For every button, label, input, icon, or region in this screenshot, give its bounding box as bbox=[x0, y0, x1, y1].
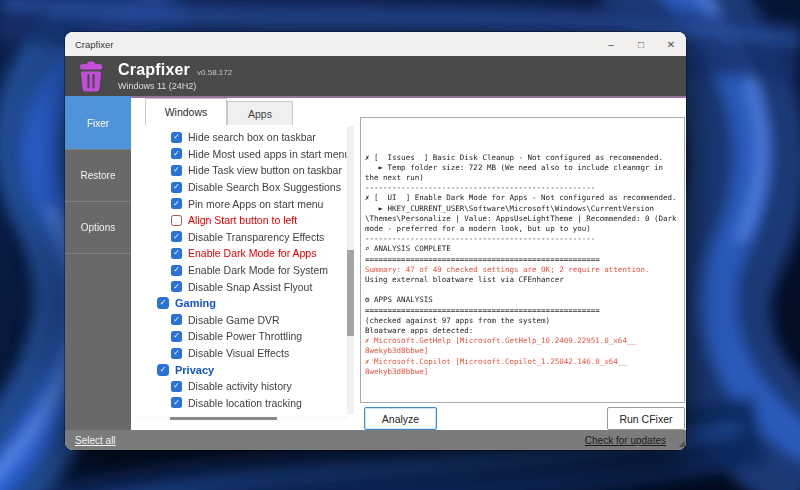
sidebar-item-restore[interactable]: Restore bbox=[65, 150, 131, 202]
checklist-item-label: Align Start button to left bbox=[188, 214, 297, 226]
console-line bbox=[365, 285, 680, 295]
sidebar-item-options[interactable]: Options bbox=[65, 202, 131, 254]
checklist-item-label: Enable Dark Mode for Apps bbox=[188, 247, 316, 259]
checkbox-checked-icon[interactable]: ✓ bbox=[171, 198, 182, 209]
checklist-item[interactable]: ✓Hide Task view button on taskbar bbox=[137, 162, 347, 179]
check-mark-icon: ✓ bbox=[173, 399, 180, 407]
checkbox-checked-icon[interactable]: ✓ bbox=[171, 182, 182, 193]
console-line: (checked against 97 apps from the system… bbox=[365, 316, 680, 326]
checklist-item-label: Disable Power Throttling bbox=[188, 330, 302, 342]
checkbox-checked-icon[interactable]: ✓ bbox=[171, 348, 182, 359]
check-mark-icon: ✓ bbox=[173, 183, 180, 191]
sidebar-item-fixer[interactable]: Fixer bbox=[65, 98, 131, 150]
checklist: ✓Hide search box on taskbar✓Hide Most us… bbox=[137, 129, 347, 413]
checklist-item[interactable]: ✓Disable Transparency Effects bbox=[137, 229, 347, 246]
checkbox-checked-icon[interactable]: ✓ bbox=[171, 248, 182, 259]
checklist-item-label: Gaming bbox=[175, 297, 216, 309]
vertical-scrollbar[interactable] bbox=[347, 126, 354, 414]
analysis-console[interactable]: ✗ [ Issues ] Basic Disk Cleanup - Not co… bbox=[360, 117, 685, 403]
checklist-item[interactable]: ✓Pin more Apps on start menu bbox=[137, 195, 347, 212]
check-mark-icon: ✓ bbox=[173, 332, 180, 340]
checklist-item[interactable]: ✓Disable Power Throttling bbox=[137, 328, 347, 345]
check-mark-icon: ✓ bbox=[173, 382, 180, 390]
console-line: ► HKEY_CURRENT_USER\Software\Microsoft\W… bbox=[365, 204, 680, 214]
checklist-item[interactable]: ✓Disable Privacy Settings Experience bbox=[137, 411, 347, 413]
app-name: Crapfixer bbox=[118, 61, 190, 79]
checkbox-checked-icon[interactable]: ✓ bbox=[157, 297, 169, 309]
check-mark-icon: ✓ bbox=[173, 283, 180, 291]
console-line: ----------------------------------------… bbox=[365, 234, 680, 244]
console-line: ► Temp folder size: 722 MB (We need also… bbox=[365, 163, 680, 173]
checklist-item-label: Hide Task view button on taskbar bbox=[188, 164, 342, 176]
checklist-item[interactable]: ✓Disable Snap Assist Flyout bbox=[137, 278, 347, 295]
checklist-item[interactable]: ✓Align Start button to left bbox=[137, 212, 347, 229]
checkbox-checked-icon[interactable]: ✓ bbox=[171, 148, 182, 159]
analyze-button[interactable]: Analyze bbox=[364, 407, 437, 430]
checkbox-checked-icon[interactable]: ✓ bbox=[171, 281, 182, 292]
checklist-item[interactable]: ✓Disable location tracking bbox=[137, 395, 347, 412]
os-label: Windows 11 (24H2) bbox=[118, 81, 232, 91]
checkbox-checked-icon[interactable]: ✓ bbox=[171, 381, 182, 392]
checklist-item-label: Hide Most used apps in start menu bbox=[188, 148, 347, 160]
horizontal-scrollbar[interactable] bbox=[137, 416, 347, 421]
checkbox-checked-icon[interactable]: ✓ bbox=[171, 314, 182, 325]
console-line: ✗ [ UI ] Enable Dark Mode for Apps - Not… bbox=[365, 193, 680, 203]
checkbox-checked-icon[interactable]: ✓ bbox=[171, 397, 182, 408]
check-mark-icon: ✓ bbox=[160, 366, 167, 374]
checklist-item[interactable]: ✓Enable Dark Mode for System bbox=[137, 262, 347, 279]
checklist-item[interactable]: ✓Privacy bbox=[137, 361, 347, 378]
check-for-updates-link[interactable]: Check for updates bbox=[585, 435, 666, 446]
checklist-item-label: Disable location tracking bbox=[188, 397, 302, 409]
titlebar[interactable]: Crapfixer – □ ✕ bbox=[65, 32, 686, 56]
checklist-item-label: Disable Snap Assist Flyout bbox=[188, 281, 312, 293]
checklist-item-label: Privacy bbox=[175, 364, 214, 376]
checkbox-checked-icon[interactable]: ✓ bbox=[171, 132, 182, 143]
checklist-item[interactable]: ✓Disable Search Box Suggestions bbox=[137, 179, 347, 196]
select-all-link[interactable]: Select all bbox=[75, 435, 116, 446]
console-line: 8wekyb3d8bbwe] bbox=[365, 367, 680, 377]
checkbox-checked-icon[interactable]: ✓ bbox=[171, 231, 182, 242]
checkbox-checked-icon[interactable]: ✓ bbox=[171, 331, 182, 342]
trash-icon bbox=[78, 61, 108, 92]
horizontal-scrollbar-thumb[interactable] bbox=[170, 417, 277, 420]
checklist-item[interactable]: ✓Gaming bbox=[137, 295, 347, 312]
vertical-scrollbar-thumb[interactable] bbox=[347, 250, 354, 336]
tab-windows[interactable]: Windows bbox=[145, 98, 227, 125]
app-header: Crapfixer v0.58.172 Windows 11 (24H2) bbox=[65, 56, 686, 96]
checklist-item[interactable]: ✓Hide Most used apps in start menu bbox=[137, 146, 347, 163]
maximize-icon[interactable]: □ bbox=[626, 32, 656, 56]
window-body: FixerRestoreOptions Windows Apps ✓Hide s… bbox=[65, 98, 686, 430]
app-version: v0.58.172 bbox=[197, 68, 232, 77]
check-mark-icon: ✓ bbox=[173, 249, 180, 257]
checklist-item-label: Disable Transparency Effects bbox=[188, 231, 324, 243]
run-cfixer-button[interactable]: Run CFixer bbox=[607, 407, 685, 430]
checkbox-checked-icon[interactable]: ✓ bbox=[157, 364, 169, 376]
checklist-item[interactable]: ✓Enable Dark Mode for Apps bbox=[137, 245, 347, 262]
checklist-item[interactable]: ✓Disable Visual Effects bbox=[137, 345, 347, 362]
console-line: Summary: 47 of 49 checked settings are O… bbox=[365, 265, 680, 275]
resize-grip-icon[interactable]: ◢ bbox=[679, 439, 684, 448]
console-line: Bloatware apps detected: bbox=[365, 326, 680, 336]
console-line: ========================================… bbox=[365, 255, 680, 265]
checklist-item[interactable]: ✓Disable Game DVR bbox=[137, 312, 347, 329]
window-title: Crapfixer bbox=[75, 39, 596, 50]
checklist-item[interactable]: ✓Hide search box on taskbar bbox=[137, 129, 347, 146]
tab-apps[interactable]: Apps bbox=[227, 101, 293, 125]
console-line: \Themes\Personalize | Value: AppsUseLigh… bbox=[365, 214, 680, 224]
sidebar: FixerRestoreOptions bbox=[65, 98, 131, 430]
console-line: ✗ [ Issues ] Basic Disk Cleanup - Not co… bbox=[365, 153, 680, 163]
checkbox-checked-icon[interactable]: ✓ bbox=[171, 165, 182, 176]
console-line: ----------------------------------------… bbox=[365, 183, 680, 193]
console-line: 8wekyb3d8bbwe] bbox=[365, 346, 680, 356]
checklist-item[interactable]: ✓Disable activity history bbox=[137, 378, 347, 395]
main-panel: Windows Apps ✓Hide search box on taskbar… bbox=[131, 98, 686, 430]
checkbox-checked-icon[interactable]: ✓ bbox=[171, 265, 182, 276]
check-mark-icon: ✓ bbox=[173, 150, 180, 158]
minimize-icon[interactable]: – bbox=[596, 32, 626, 56]
crapfixer-window: Crapfixer – □ ✕ Crapfixer v0.58.172 Wind… bbox=[65, 32, 686, 450]
check-mark-icon: ✓ bbox=[160, 299, 167, 307]
console-line: the next run) bbox=[365, 173, 680, 183]
close-icon[interactable]: ✕ bbox=[656, 32, 686, 56]
check-mark-icon: ✓ bbox=[173, 316, 180, 324]
checkbox-unchecked-icon[interactable]: ✓ bbox=[171, 215, 182, 226]
